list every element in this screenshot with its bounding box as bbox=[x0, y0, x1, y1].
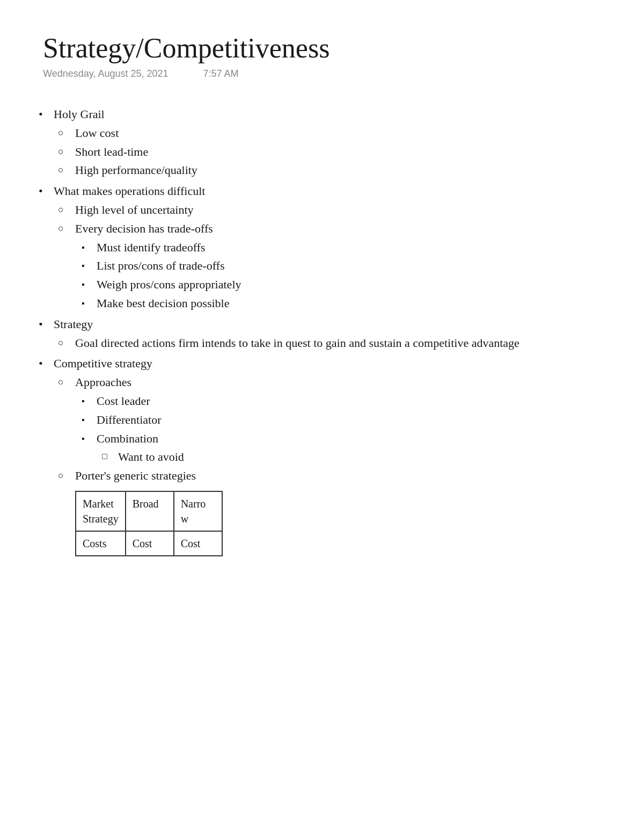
weigh-label: Weigh pros/cons appropriately bbox=[97, 278, 241, 291]
high-performance-label: High performance/quality bbox=[75, 163, 197, 177]
table-row-costs: Costs Cost Cost bbox=[76, 531, 222, 556]
strategy-sublist: Goal directed actions firm intends to ta… bbox=[54, 335, 601, 352]
page-time: 7:57 AM bbox=[203, 68, 239, 79]
holy-grail-sublist: Low cost Short lead-time High performanc… bbox=[54, 125, 601, 179]
cost-leader-label: Cost leader bbox=[97, 394, 150, 408]
holy-grail-label: Holy Grail bbox=[54, 107, 105, 121]
list-item-competitive-strategy: Competitive strategy Approaches Cost lea… bbox=[54, 356, 601, 556]
page-meta: Wednesday, August 25, 2021 7:57 AM bbox=[43, 68, 601, 79]
list-item-want-to-avoid: Want to avoid bbox=[118, 449, 601, 466]
table-cell-broad: Broad bbox=[126, 491, 174, 531]
list-item-differentiator: Differentiator bbox=[97, 412, 601, 429]
operations-difficult-label: What makes operations difficult bbox=[54, 184, 205, 198]
list-item-high-performance: High performance/quality bbox=[75, 162, 601, 179]
uncertainty-label: High level of uncertainty bbox=[75, 203, 194, 216]
list-item-list-pros-cons: List pros/cons of trade-offs bbox=[97, 258, 601, 274]
porters-table: MarketStrategy Broad Narrow Costs Cost C… bbox=[75, 491, 223, 556]
table-row-header: MarketStrategy Broad Narrow bbox=[76, 491, 222, 531]
main-list: Holy Grail Low cost Short lead-time High… bbox=[43, 106, 601, 556]
competitive-strategy-label: Competitive strategy bbox=[54, 357, 152, 370]
list-item-combination: Combination Want to avoid bbox=[97, 431, 601, 466]
list-item-tradeoffs: Every decision has trade-offs Must ident… bbox=[75, 221, 601, 312]
differentiator-label: Differentiator bbox=[97, 413, 162, 426]
list-item-goal-directed: Goal directed actions firm intends to ta… bbox=[75, 335, 601, 352]
list-item-approaches: Approaches Cost leader Differentiator Co… bbox=[75, 374, 601, 466]
list-item-low-cost: Low cost bbox=[75, 125, 601, 142]
operations-difficult-sublist: High level of uncertainty Every decision… bbox=[54, 202, 601, 312]
must-identify-label: Must identify tradeoffs bbox=[97, 241, 205, 254]
competitive-strategy-sublist: Approaches Cost leader Differentiator Co… bbox=[54, 374, 601, 556]
table-cell-narrow: Narrow bbox=[174, 491, 222, 531]
list-item-operations-difficult: What makes operations difficult High lev… bbox=[54, 183, 601, 312]
table-cell-costs: Costs bbox=[76, 531, 126, 556]
page-title: Strategy/Competitiveness bbox=[43, 32, 601, 64]
page-date: Wednesday, August 25, 2021 bbox=[43, 68, 169, 79]
want-to-avoid-label: Want to avoid bbox=[118, 450, 184, 463]
list-item-short-lead-time: Short lead-time bbox=[75, 144, 601, 161]
best-decision-label: Make best decision possible bbox=[97, 296, 229, 310]
strategy-label: Strategy bbox=[54, 317, 93, 331]
porters-table-container: MarketStrategy Broad Narrow Costs Cost C… bbox=[75, 491, 601, 556]
list-pros-cons-label: List pros/cons of trade-offs bbox=[97, 259, 225, 272]
table-cell-cost-broad: Cost bbox=[126, 531, 174, 556]
list-item-uncertainty: High level of uncertainty bbox=[75, 202, 601, 219]
combination-sublist: Want to avoid bbox=[97, 449, 601, 466]
table-cell-market-strategy: MarketStrategy bbox=[76, 491, 126, 531]
list-item-weigh: Weigh pros/cons appropriately bbox=[97, 277, 601, 293]
combination-label: Combination bbox=[97, 432, 158, 445]
tradeoffs-sublist: Must identify tradeoffs List pros/cons o… bbox=[75, 240, 601, 312]
table-cell-cost-narrow: Cost bbox=[174, 531, 222, 556]
short-lead-time-label: Short lead-time bbox=[75, 145, 148, 158]
list-item-must-identify: Must identify tradeoffs bbox=[97, 240, 601, 256]
list-item-porters: Porter's generic strategies MarketStrate… bbox=[75, 468, 601, 556]
list-item-best-decision: Make best decision possible bbox=[97, 295, 601, 312]
porters-label: Porter's generic strategies bbox=[75, 469, 196, 482]
approaches-sublist: Cost leader Differentiator Combination W… bbox=[75, 393, 601, 466]
goal-directed-label: Goal directed actions firm intends to ta… bbox=[75, 336, 519, 350]
tradeoffs-label: Every decision has trade-offs bbox=[75, 222, 213, 235]
approaches-label: Approaches bbox=[75, 375, 131, 389]
low-cost-label: Low cost bbox=[75, 126, 119, 140]
list-item-holy-grail: Holy Grail Low cost Short lead-time High… bbox=[54, 106, 601, 179]
list-item-strategy: Strategy Goal directed actions firm inte… bbox=[54, 316, 601, 352]
list-item-cost-leader: Cost leader bbox=[97, 393, 601, 410]
